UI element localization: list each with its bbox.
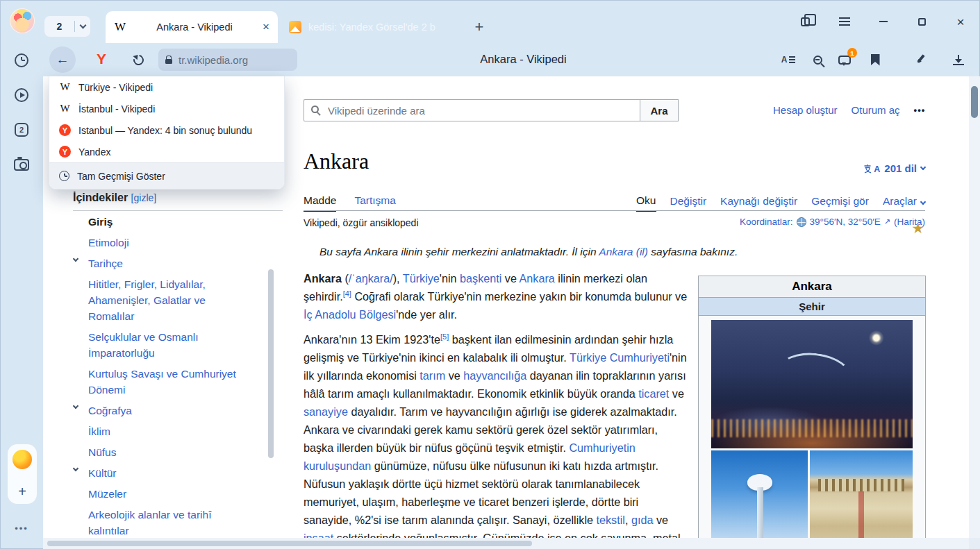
bookmark-button[interactable] (866, 51, 884, 69)
maximize-button[interactable] (911, 11, 932, 32)
collections-button[interactable] (795, 11, 815, 32)
edit-button[interactable] (911, 51, 929, 69)
text-span: Ankara'nın 13 Ekim 1923'te (304, 333, 440, 346)
add-panel-button[interactable]: + (8, 484, 37, 500)
search-button[interactable]: Ara (640, 99, 679, 121)
yandex-favicon: Y (59, 124, 71, 136)
toc-item[interactable]: Kurtuluş Savaşı ve Cumhuriyet Dönemi (73, 366, 243, 398)
infobox-photo-night-skyline[interactable] (711, 320, 913, 448)
infobox-photo-anitkabir[interactable] (810, 450, 913, 538)
text-link[interactable]: tekstil (596, 514, 624, 526)
sign-in-link[interactable]: Oturum aç (852, 104, 900, 116)
toc-item[interactable]: Arkeolojik alanlar ve tarihî kalıntılar (73, 507, 243, 538)
external-link-icon: ↗ (884, 217, 890, 226)
tab-talk[interactable]: Tartışma (354, 194, 395, 212)
screenshot-button[interactable] (14, 157, 29, 172)
tab-close-icon[interactable]: × (263, 20, 269, 34)
history-item[interactable]: W Türkiye - Vikipedi (49, 76, 284, 98)
vertical-scrollbar-thumb[interactable] (971, 86, 978, 118)
toc-hide-link[interactable]: [gizle] (131, 192, 157, 203)
messages-button[interactable]: 1 (836, 51, 854, 69)
yandex-games-button[interactable] (13, 450, 32, 469)
toc-item[interactable]: Kültür (73, 465, 243, 481)
featured-article-star[interactable]: ★ (911, 221, 924, 235)
toc-item[interactable]: Nüfus (73, 444, 243, 460)
tab-counter-button[interactable]: 2 (44, 16, 90, 37)
text-link[interactable]: gıda (631, 514, 654, 526)
text-link[interactable]: tarım (420, 369, 445, 382)
sidebar-more-button[interactable]: ••• (0, 523, 43, 534)
tabs-panel-button[interactable]: 2 (14, 122, 29, 137)
close-window-button[interactable]: × (950, 11, 971, 32)
tab-tools[interactable]: Araçlar (883, 195, 917, 211)
tab-history[interactable]: Geçmişi gör (811, 195, 869, 211)
tab-read[interactable]: Oku (636, 194, 656, 212)
search-icon (311, 105, 319, 113)
language-selector[interactable]: 201 dil (863, 162, 925, 174)
refresh-button[interactable] (129, 51, 147, 69)
back-button[interactable]: ← (49, 47, 76, 73)
text-link[interactable]: inşaat (304, 532, 333, 538)
tab-edit[interactable]: Değiştir (670, 195, 707, 211)
reader-mode-button[interactable] (779, 51, 797, 69)
toc-item[interactable]: Selçuklular ve Osmanlı İmparatorluğu (73, 329, 243, 361)
create-account-link[interactable]: Hesap oluştur (773, 104, 838, 116)
hatnote: Bu sayfa Ankara ilinin şehir merkezini a… (319, 246, 861, 258)
history-button[interactable] (14, 53, 29, 68)
tab-article[interactable]: Madde (304, 194, 336, 212)
text-link[interactable]: [5] (440, 332, 449, 341)
infobox-photo-atakule-tower[interactable] (711, 450, 808, 538)
menu-button[interactable] (834, 11, 855, 32)
zoom-out-button[interactable] (808, 51, 827, 69)
history-item[interactable]: Y Yandex (49, 141, 284, 162)
text-link[interactable]: İç Anadolu Bölgesi (304, 308, 396, 321)
text-link[interactable]: Türkiye Cumhuriyeti (570, 351, 670, 364)
toc-item[interactable]: İklim (73, 423, 243, 439)
video-button[interactable] (14, 87, 29, 103)
horizontal-scrollbar-thumb[interactable] (47, 541, 532, 546)
minimize-button[interactable] (873, 11, 894, 32)
text-link[interactable]: hayvancılığa (463, 369, 526, 382)
text-link[interactable]: Ankara (520, 272, 555, 285)
toc-item[interactable]: Giriş (73, 214, 243, 230)
wikipedia-favicon: W (114, 20, 126, 34)
minimize-icon (879, 21, 888, 22)
show-full-history-button[interactable]: Tam Geçmişi Göster (49, 162, 284, 189)
tab-kedisi[interactable]: kedisi: Yandex Görsel'de 2 b (281, 11, 463, 43)
toc-item[interactable]: Etimoloji (73, 235, 243, 251)
search-input[interactable] (304, 99, 640, 121)
tab-title-fade (431, 11, 463, 43)
toc-item[interactable]: Müzeler (73, 486, 243, 502)
horizontal-scrollbar[interactable] (43, 538, 969, 549)
text-span: , (625, 514, 631, 526)
text-link[interactable]: /ˈaŋkara/ (349, 272, 393, 285)
toc-item[interactable]: Tarihçe (73, 255, 243, 271)
coordinates-label[interactable]: Koordinatlar: (740, 217, 793, 227)
history-item[interactable]: Y Istanbul — Yandex: 4 bin sonuç bulundu (49, 119, 284, 141)
text-link[interactable]: Ankara (il) (599, 246, 648, 257)
text-link[interactable]: [4] (343, 289, 351, 298)
text-link[interactable]: başkenti (460, 272, 501, 285)
tab-edit-source[interactable]: Kaynağı değiştir (720, 195, 797, 211)
address-bar[interactable]: tr.wikipedia.org (158, 49, 297, 71)
toc-item[interactable]: Coğrafya (73, 403, 243, 419)
history-item[interactable]: W İstanbul - Vikipedi (49, 98, 284, 119)
vertical-scrollbar[interactable] (969, 76, 980, 538)
text-link[interactable]: Türkiye (403, 272, 440, 285)
yandex-button[interactable]: Y (92, 49, 111, 69)
profile-avatar[interactable] (10, 8, 35, 33)
downloads-button[interactable] (949, 51, 967, 69)
coordinates-value[interactable]: 39°56′N, 32°50′E (810, 217, 881, 227)
user-menu-button[interactable]: ••• (914, 105, 926, 115)
toc-item[interactable]: Hititler, Frigler, Lidyalılar, Ahamenişl… (73, 276, 243, 324)
tab-ankara[interactable]: W Ankara - Vikipedi × (106, 11, 278, 43)
infobox-photos (699, 316, 925, 538)
text-link[interactable]: ticaret (638, 387, 669, 400)
language-count: 201 dil (884, 162, 917, 174)
toc-scrollbar[interactable] (268, 269, 274, 458)
tab-count-icon: 2 (15, 123, 28, 137)
article-title: Ankara (304, 149, 369, 174)
text-link[interactable]: sanayiye (304, 405, 348, 418)
text-span: 'nin (440, 272, 460, 285)
new-tab-button[interactable]: + (470, 17, 489, 37)
